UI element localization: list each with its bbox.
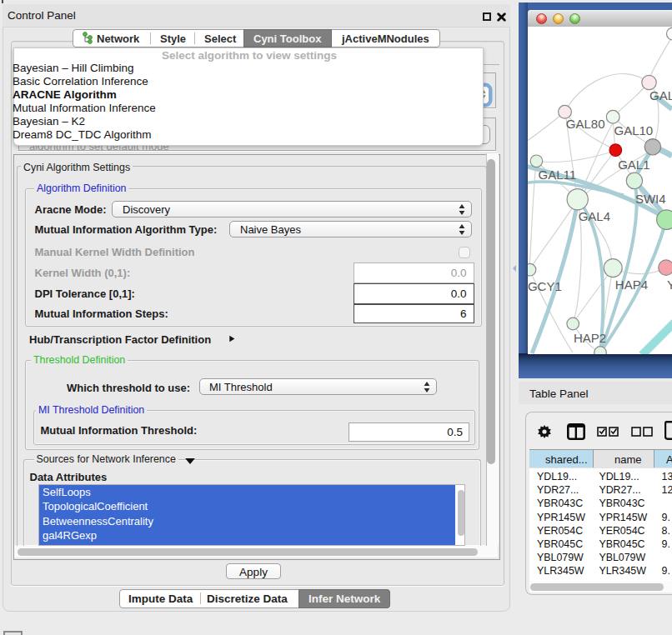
svg-text:SWI4: SWI4: [635, 192, 666, 206]
svg-text:GCY1: GCY1: [528, 279, 562, 293]
svg-text:GAL4: GAL4: [579, 209, 610, 223]
svg-text:GAL: GAL: [649, 88, 672, 102]
svg-text:HAP4: HAP4: [615, 278, 648, 292]
svg-text:GAL11: GAL11: [539, 168, 577, 182]
svg-text:Y: Y: [667, 278, 672, 292]
svg-text:HAP2: HAP2: [574, 331, 606, 345]
svg-text:GAL1: GAL1: [618, 158, 649, 172]
svg-text:GAL10: GAL10: [614, 123, 654, 138]
svg-text:GAL80: GAL80: [566, 117, 605, 131]
